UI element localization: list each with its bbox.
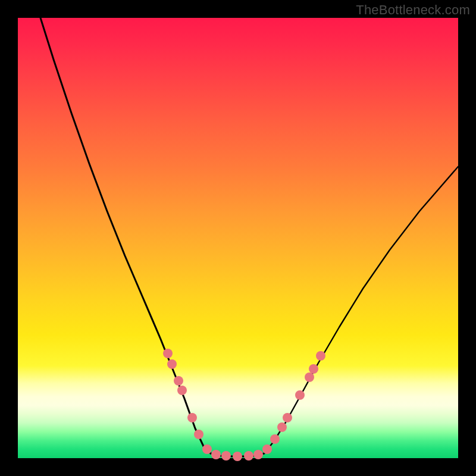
marker-dot	[253, 450, 263, 459]
marker-dot	[244, 451, 253, 461]
marker-dot	[202, 444, 212, 454]
marker-dot	[283, 413, 292, 422]
chart-frame: TheBottleneck.com	[0, 0, 476, 476]
marker-dot	[316, 351, 325, 361]
marker-dot	[177, 386, 187, 395]
series-right-curve	[264, 167, 458, 453]
marker-dot	[309, 364, 318, 374]
marker-dot	[295, 390, 305, 400]
marker-dot	[305, 372, 314, 382]
marker-dot	[194, 430, 203, 439]
marker-dot	[187, 413, 197, 422]
marker-dot	[233, 452, 242, 461]
chart-svg	[18, 18, 458, 458]
marker-dot	[221, 451, 231, 461]
chart-lines	[40, 18, 458, 456]
marker-dot	[270, 434, 280, 444]
marker-dot	[262, 444, 272, 454]
marker-dot	[277, 422, 287, 432]
watermark-text: TheBottleneck.com	[356, 2, 470, 18]
marker-dot	[211, 450, 221, 459]
marker-dot	[174, 376, 183, 386]
plot-area	[18, 18, 458, 458]
marker-dot	[167, 359, 177, 369]
marker-dot	[163, 349, 173, 358]
